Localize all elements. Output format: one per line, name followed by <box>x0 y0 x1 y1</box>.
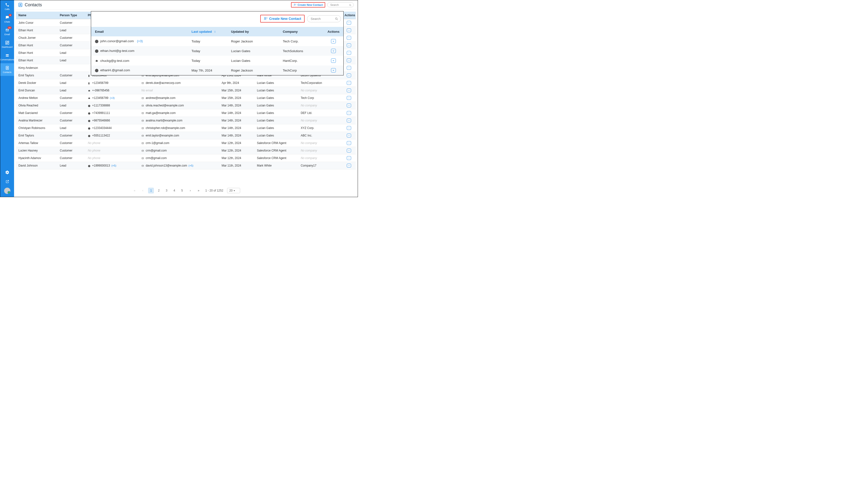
page-number[interactable]: 5 <box>179 188 185 193</box>
sidebar-item-calls[interactable]: Calls <box>0 0 14 13</box>
table-row[interactable]: Lucien Hasney Customer No phone crm@gmai… <box>16 147 356 154</box>
table-row[interactable]: Matt Garciared Customer +7439991111 matt… <box>16 109 356 117</box>
ov-col-company[interactable]: Company <box>279 27 324 36</box>
col-actions: Actions <box>342 12 356 19</box>
table-row[interactable]: Emil Duncan Lead +-098765456 No email Ma… <box>16 87 356 94</box>
email-type-icon <box>95 50 98 53</box>
overlay-action-button[interactable] <box>331 49 336 53</box>
row-action-button[interactable] <box>347 103 351 108</box>
sidebar-item-email[interactable]: Email 11 <box>0 26 14 38</box>
row-action-button[interactable] <box>347 43 351 47</box>
page-last[interactable]: » <box>195 188 202 193</box>
row-action-button[interactable] <box>347 141 351 145</box>
row-action-button[interactable] <box>347 81 351 85</box>
ov-col-last-updated[interactable]: Last updated <box>188 27 227 36</box>
cell-type: Customer <box>57 19 85 27</box>
cell-name: Christyan Robinsons <box>16 124 57 132</box>
ov-cell-email: chuckg@g-test.com <box>91 56 188 65</box>
cell-company: No company <box>298 140 342 147</box>
ov-col-updated-by[interactable]: Updated by <box>227 27 279 36</box>
search-input-overlay[interactable]: Search <box>307 15 341 22</box>
sidebar-item-chats[interactable]: Chats 4 <box>0 13 14 26</box>
phone-type-icon <box>88 127 91 129</box>
phone-type-icon <box>88 82 91 84</box>
page-prev[interactable]: ‹ <box>140 188 146 193</box>
page-number[interactable]: 3 <box>163 188 169 193</box>
create-new-contact-button-top[interactable]: Create New Contact <box>291 2 325 7</box>
row-action-button[interactable] <box>347 149 351 152</box>
row-action-button[interactable] <box>347 89 351 92</box>
mail-icon <box>141 97 144 99</box>
overlay-action-button[interactable] <box>331 58 336 63</box>
row-action-button[interactable] <box>347 126 351 130</box>
row-action-button[interactable] <box>347 21 351 25</box>
row-action-button[interactable] <box>347 119 351 122</box>
table-row[interactable]: Avalina Martinezer Customer +9875546666 … <box>16 117 356 124</box>
sidebar-item-contacts[interactable]: Contacts <box>0 63 14 76</box>
cell-phone: +5551113422 <box>85 132 139 140</box>
settings-button[interactable] <box>0 168 14 177</box>
cell-phone: No phone <box>85 154 139 162</box>
sidebar-item-conversations[interactable]: Conversations <box>0 51 14 63</box>
row-action-button[interactable] <box>347 133 351 138</box>
row-action-button[interactable] <box>347 66 351 70</box>
page-size-select[interactable]: 20 <box>227 188 240 193</box>
ov-cell-actions <box>323 56 343 65</box>
cell-email: crm@gmail.com <box>139 154 219 162</box>
sidebar-item-dashboard[interactable]: Dashboard <box>0 38 14 51</box>
row-action-button[interactable] <box>347 58 351 62</box>
sidebar-label: Dashboard <box>2 46 12 48</box>
cell-company: No company <box>298 154 342 162</box>
col-person-type[interactable]: Person Type <box>57 12 85 19</box>
row-action-button[interactable] <box>347 51 351 55</box>
external-link-button[interactable] <box>0 177 14 186</box>
cell-phone: +12334334444 <box>85 124 139 132</box>
overlay-action-button[interactable] <box>331 39 336 43</box>
ov-col-email[interactable]: Email <box>91 27 188 36</box>
table-row[interactable]: Derek Docker Lead +123456789 derek.doe@a… <box>16 79 356 87</box>
row-action-button[interactable] <box>347 73 351 77</box>
overlay-row[interactable]: ethanH.@gmail.com May 7th, 2024 Roger Ja… <box>91 65 343 75</box>
table-row[interactable]: Hyacinth Adamov Customer No phone crm@gm… <box>16 154 356 162</box>
overlay-row[interactable]: chuckg@g-test.com Today Lucian Gates Han… <box>91 56 343 65</box>
table-row[interactable]: Andrew Melton Customer +123456789(+3) an… <box>16 94 356 102</box>
svg-point-22 <box>88 120 90 122</box>
svg-rect-15 <box>88 83 89 84</box>
overlay-row[interactable]: ethan.hunt@g-test.com Today Lucian Gates… <box>91 46 343 56</box>
page-next[interactable]: › <box>187 188 193 193</box>
create-new-contact-button-overlay[interactable]: Create New Contact <box>260 15 305 23</box>
table-row[interactable]: Emil Taylors Customer +5551113422 emil.t… <box>16 132 356 140</box>
table-row[interactable]: David Johnson Lead +1999000013(+5) david… <box>16 162 356 170</box>
row-action-button[interactable] <box>347 96 351 100</box>
row-action-button[interactable] <box>347 111 351 115</box>
cell-company: ABC Inc. <box>298 132 342 140</box>
col-name[interactable]: Name <box>16 12 57 19</box>
cell-name: Andrew Melton <box>16 94 57 102</box>
contacts-icon <box>18 2 23 7</box>
cell-name: David Johnson <box>16 162 57 170</box>
page-number[interactable]: 2 <box>156 188 162 193</box>
table-row[interactable]: Olivia Reached Lead +1117338888 olivia.r… <box>16 102 356 109</box>
cell-email: avalina.marti@example.com <box>139 117 219 124</box>
row-action-button[interactable] <box>347 36 351 40</box>
overlay-action-button[interactable] <box>331 68 336 72</box>
cell-updated-by: Lucian Gates <box>254 94 298 102</box>
cell-company: Tech Corp <box>298 94 342 102</box>
overlay-row[interactable]: john.conor@gmail.com (+3) Today Roger Ja… <box>91 36 343 46</box>
page-number[interactable]: 1 <box>148 188 154 193</box>
row-action-button[interactable] <box>347 28 351 32</box>
cell-updated-by: Lucian Gates <box>254 102 298 109</box>
user-avatar[interactable] <box>4 188 10 194</box>
table-row[interactable]: Christyan Robinsons Lead +12334334444 ch… <box>16 124 356 132</box>
cell-actions <box>342 19 356 27</box>
cell-company: DEF Ltd. <box>298 109 342 117</box>
page-first[interactable]: « <box>131 188 137 193</box>
row-action-button[interactable] <box>347 163 351 168</box>
overlay-table: Email Last updated Updated by Company Ac… <box>91 27 343 75</box>
svg-point-11 <box>294 4 295 5</box>
mail-icon <box>141 82 144 84</box>
row-action-button[interactable] <box>347 156 351 160</box>
page-number[interactable]: 4 <box>171 188 177 193</box>
search-input-top[interactable]: Search <box>327 2 354 7</box>
table-row[interactable]: Artemas Tallow Customer No phone crm-1@g… <box>16 140 356 147</box>
